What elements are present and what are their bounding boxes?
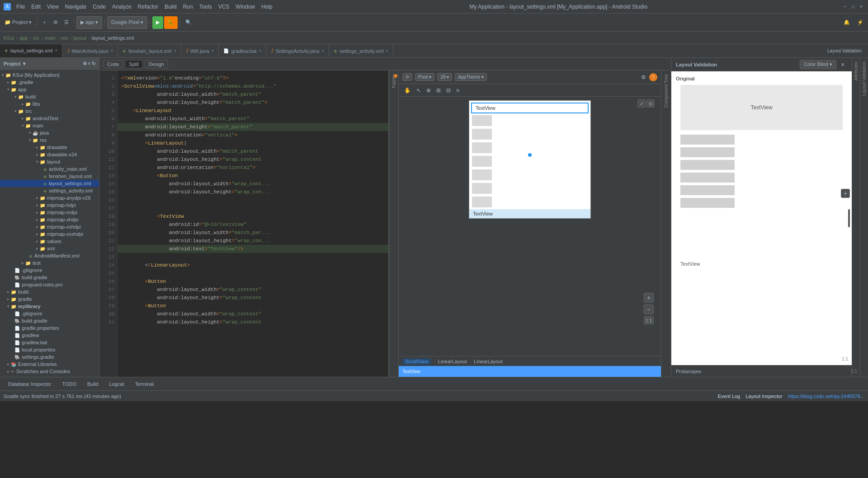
tab-wifi[interactable]: J Wifi.java ×: [181, 44, 219, 57]
color-blind-selector[interactable]: Color Blind ▾: [800, 60, 836, 69]
layout-validation-strip-label[interactable]: Layout Validation: [862, 61, 867, 96]
tab-settings-xml[interactable]: ◈ settings_activity.xml ×: [329, 44, 393, 57]
tree-item-settings-activity[interactable]: ◈ settings_activity.xml: [0, 187, 99, 194]
tree-item-settings-gradle[interactable]: 🐘 settings.gradle: [0, 353, 99, 361]
tree-item-mipmap-hdpi[interactable]: ▸ 📁 mipmap-hdpi: [0, 202, 99, 209]
tree-item-drawable[interactable]: ▸ 📁 drawable: [0, 144, 99, 151]
preview-settings-button[interactable]: ⚙: [639, 73, 647, 81]
menu-code[interactable]: Code: [90, 3, 108, 11]
zoom-ratio-button[interactable]: 1:1: [644, 316, 654, 324]
tree-item-gitignore-2[interactable]: 📄 .gitignore: [0, 310, 99, 317]
breadcrumb-linearlayout-2[interactable]: LinearLayout: [474, 359, 503, 364]
breadcrumb-scrollview[interactable]: ScrollView: [402, 358, 431, 365]
tab-close-icon-6[interactable]: ×: [322, 48, 325, 53]
right-panel-resize-handle[interactable]: [848, 209, 850, 227]
tab-close-icon-2[interactable]: ×: [111, 48, 113, 53]
menu-window[interactable]: Window: [233, 3, 258, 11]
tree-item-build-gradle-2[interactable]: 🐘 build.gradle: [0, 317, 99, 324]
tree-item-build-root[interactable]: ▸ 📁 build: [0, 288, 99, 295]
menu-help[interactable]: Help: [259, 3, 275, 11]
code-mode-button[interactable]: Code: [103, 60, 123, 68]
tree-item-mipmap-any[interactable]: ▸ 📁 mipmap-anydpi-v26: [0, 194, 99, 202]
zoom-plus-button[interactable]: +: [644, 293, 654, 303]
code-content[interactable]: <?xml version="1.0" encoding="utf-8"?> <…: [118, 70, 388, 377]
maximize-button[interactable]: □: [850, 4, 856, 10]
zoom-level[interactable]: 29 ▾: [437, 73, 452, 81]
layout-validation-toggle[interactable]: Layout Validation: [825, 45, 864, 57]
minimize-button[interactable]: −: [842, 4, 848, 10]
tree-item-ksui[interactable]: ▾ 📁 KSui [My Application]: [0, 71, 99, 79]
debug-button[interactable]: 🐛: [164, 16, 178, 29]
tab-close-icon-4[interactable]: ×: [212, 48, 214, 53]
tree-item-androidmanifest[interactable]: ◈ AndroidManifest.xml: [0, 252, 99, 259]
select-tool-button[interactable]: ↖: [415, 86, 423, 94]
tree-item-src[interactable]: ▾ 📁 src: [0, 108, 99, 115]
pixel-selector[interactable]: Pixel ▾: [415, 73, 434, 81]
align-tool[interactable]: ⊟: [444, 86, 453, 94]
tree-item-app[interactable]: ▾ 📁 app: [0, 86, 99, 93]
tree-item-mipmap-xxxhdpi[interactable]: ▸ 📁 mipmap-xxxhdpi: [0, 230, 99, 238]
tab-mainactivity[interactable]: J MainActivity.java ×: [62, 44, 118, 57]
tree-item-build[interactable]: ▾ 📁 build: [0, 93, 99, 100]
tab-close-icon[interactable]: ×: [55, 48, 58, 53]
menu-build[interactable]: Build: [162, 3, 179, 11]
project-button[interactable]: 📁 Project ▾: [2, 16, 34, 29]
tree-item-activity-main[interactable]: ◈ activity_main.xml: [0, 165, 99, 173]
tab-close-icon-7[interactable]: ×: [386, 48, 388, 53]
zoom-minus-button[interactable]: −: [644, 305, 654, 314]
breadcrumb-linearlayout-1[interactable]: LinearLayout: [438, 359, 467, 364]
tree-item-gitignore[interactable]: 📄 .gitignore: [0, 267, 99, 274]
app-selector[interactable]: ▶ app ▾: [76, 16, 102, 29]
tab-fenshen[interactable]: ◈ fenshen_layout.xml ×: [118, 44, 181, 57]
tree-item-values[interactable]: ▸ 📁 values: [0, 238, 99, 245]
tree-item-main[interactable]: ▾ 📁 main: [0, 122, 99, 129]
event-log-button[interactable]: ⚡: [854, 16, 866, 29]
device-selector[interactable]: Google Pixel ▾: [107, 16, 147, 29]
tree-item-mylibrary[interactable]: ▾ 📁 mylibrary: [0, 303, 99, 310]
menu-file[interactable]: File: [14, 3, 28, 11]
terminal-button[interactable]: Terminal: [130, 380, 158, 388]
database-inspector-button[interactable]: Database Inspector: [4, 380, 56, 388]
menu-vcs[interactable]: VCS: [216, 3, 232, 11]
tab-layout-settings[interactable]: ◈ layout_settings.xml ×: [0, 44, 62, 57]
logcat-button[interactable]: Logcat: [104, 380, 128, 388]
tree-item-gradle-props[interactable]: 📄 gradle.properties: [0, 324, 99, 332]
sidebar-settings-icon[interactable]: ⚙ ≡ ↻: [83, 61, 95, 66]
search-everywhere-button[interactable]: 🔍: [183, 16, 194, 29]
tree-item-layout-settings[interactable]: ◈ layout_settings.xml: [0, 180, 99, 187]
menu-run[interactable]: Run: [180, 3, 196, 11]
tree-item-proguard[interactable]: 📄 proguard-rules.pro: [0, 281, 99, 288]
tree-item-scratches[interactable]: ▸ ✏ Scratches and Consoles: [0, 368, 99, 375]
menu-navigate[interactable]: Navigate: [62, 3, 89, 11]
tree-item-drawable-v24[interactable]: ▸ 📁 drawable-v24: [0, 151, 99, 158]
run-button[interactable]: ▶: [152, 16, 163, 29]
warning-button[interactable]: !: [649, 73, 657, 81]
layout-inspector-link[interactable]: Layout Inspector: [745, 394, 782, 399]
nav-file[interactable]: layout_settings.xml: [92, 35, 134, 41]
nav-app[interactable]: app: [19, 35, 28, 41]
add-button[interactable]: ＋: [39, 16, 50, 29]
tree-item-gradle-root[interactable]: ▸ 📁 gradle: [0, 295, 99, 303]
add-preview-button[interactable]: +: [841, 189, 850, 198]
nav-layout[interactable]: layout: [73, 35, 86, 41]
tab-gradlew[interactable]: 📄 gradlew.bat ×: [219, 44, 266, 57]
tree-item-androidtest[interactable]: ▸ 📁 androidTest: [0, 115, 99, 122]
menu-view[interactable]: View: [44, 3, 61, 11]
nav-main[interactable]: main: [45, 35, 56, 41]
pan-tool-button[interactable]: ✋: [402, 86, 413, 94]
theme-selector[interactable]: AppTheme ▾: [455, 73, 487, 81]
menu-refactor[interactable]: Refactor: [135, 3, 161, 11]
menu-tools[interactable]: Tools: [197, 3, 215, 11]
zoom-in-tool[interactable]: ⊕: [425, 86, 433, 94]
tree-item-java[interactable]: ▾ ☕ java: [0, 129, 99, 136]
component-tree-label[interactable]: Component Tree: [664, 74, 669, 108]
code-editor[interactable]: 1 2 3 4 5 6 7 8 9 10 11 12 13 14 15 16 1: [99, 70, 389, 377]
frame-fit-button[interactable]: ⊡: [646, 99, 655, 108]
tree-item-mipmap-xhdpi[interactable]: ▸ 📁 mipmap-xhdpi: [0, 216, 99, 223]
tree-item-gradlew-bat[interactable]: 📄 gradlew.bat: [0, 339, 99, 346]
selected-textview-preview[interactable]: TextView: [471, 103, 589, 113]
tab-close-icon-5[interactable]: ×: [259, 48, 262, 53]
tree-item-build-gradle[interactable]: 🐘 build.gradle: [0, 274, 99, 281]
tab-close-icon-3[interactable]: ×: [174, 48, 176, 53]
tree-item-layout[interactable]: ▾ 📁 layout: [0, 158, 99, 165]
